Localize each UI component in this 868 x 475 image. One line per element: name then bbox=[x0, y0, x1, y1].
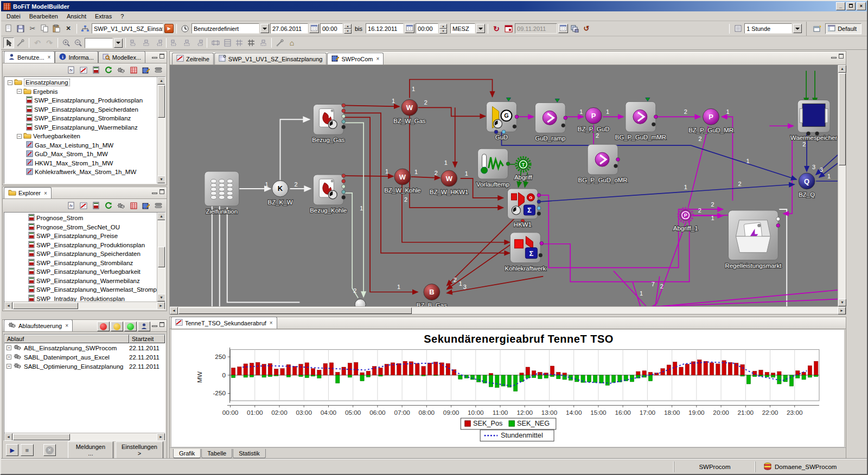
route-icon[interactable] bbox=[275, 37, 285, 48]
restore-button[interactable] bbox=[846, 2, 856, 10]
collapse-all-icon[interactable] bbox=[152, 200, 164, 211]
copy-icon[interactable] bbox=[39, 23, 50, 34]
tree-item[interactable]: SWP_Einsatzplanung_Produktionsplan bbox=[4, 96, 157, 105]
view-tab-statistik[interactable]: Statistik bbox=[233, 449, 266, 458]
align-center-icon[interactable] bbox=[141, 37, 151, 48]
editor-maximize-icon[interactable] bbox=[839, 54, 844, 59]
copy-save-icon[interactable] bbox=[569, 23, 580, 34]
tab-benutzer[interactable]: Benutze...× bbox=[4, 51, 55, 63]
node-vorlauftemp[interactable]: Vorlauftemp bbox=[476, 149, 510, 188]
node-abgriff_1[interactable]: PAbgriff_1 bbox=[673, 208, 698, 232]
ablauf-row[interactable]: +SABL_Datenimport_aus_Excel22.11.2011 bbox=[4, 352, 165, 362]
explorer-scrollbar[interactable]: ▲▼ bbox=[157, 213, 165, 301]
node-gud_ramp[interactable]: GuD_ramp bbox=[535, 99, 567, 142]
show-grid-icon[interactable] bbox=[246, 37, 257, 48]
node-bz_w_gas[interactable]: WBZ_W_Gas bbox=[393, 99, 426, 124]
chart-view-icon[interactable] bbox=[78, 200, 90, 211]
cancel-button[interactable]: ✕ bbox=[43, 444, 56, 456]
period-combo-drop[interactable] bbox=[260, 24, 269, 33]
minimize-button[interactable]: _ bbox=[836, 2, 845, 10]
editor-minimize-icon[interactable] bbox=[831, 57, 837, 59]
tab-close-icon[interactable]: × bbox=[376, 56, 380, 62]
cut-icon[interactable]: ✂ bbox=[27, 23, 38, 34]
model-diagram[interactable]: 1211211121212131121222121721112233112Zie… bbox=[170, 65, 838, 307]
align-left-icon[interactable] bbox=[129, 37, 139, 48]
node-kohlekraftwerk[interactable]: ΣKohlekraftwerk bbox=[505, 233, 546, 272]
align-bottom-icon[interactable] bbox=[193, 37, 204, 48]
node-bg_p_gud_mmr[interactable]: BG_P_GuD_mMR bbox=[615, 98, 666, 140]
explorer-item[interactable]: SWP_Einsatzplanung_Strombilanz bbox=[4, 259, 157, 268]
tab-ablaufsteuerung[interactable]: Ablaufsteuerung× bbox=[4, 319, 73, 331]
snap-grid-icon[interactable] bbox=[234, 37, 245, 48]
node-zielfunktion[interactable]: Zielfunktion bbox=[205, 171, 239, 215]
panel-minimize-icon[interactable] bbox=[152, 325, 157, 327]
editor-tab-zeitreihe[interactable]: Zeitreihe bbox=[172, 53, 214, 65]
connector-tool-icon[interactable] bbox=[15, 37, 26, 48]
collapse-all-icon[interactable] bbox=[152, 65, 164, 75]
explorer-item[interactable]: Prognose_Strom bbox=[4, 214, 157, 223]
align-middle-icon[interactable] bbox=[181, 37, 192, 48]
view-tab-grafik[interactable]: Grafik bbox=[173, 449, 201, 458]
edit-table-icon[interactable] bbox=[140, 200, 152, 211]
tree-item[interactable]: −Ergebnis bbox=[4, 87, 157, 97]
new-icon[interactable] bbox=[3, 23, 14, 34]
refresh-icon[interactable] bbox=[103, 200, 114, 211]
distribute-vertical-icon[interactable] bbox=[222, 37, 233, 48]
chart-view-icon[interactable] bbox=[78, 65, 90, 75]
tree-item[interactable]: SWP_Einsatzplanung_Waermebilanz bbox=[4, 123, 157, 132]
ablauf-hscrollbar[interactable]: ◄► bbox=[4, 433, 165, 440]
paste-icon[interactable] bbox=[51, 23, 62, 34]
time-to-spinner[interactable]: ▲▼ bbox=[439, 24, 447, 34]
menu-ansicht[interactable]: Ansicht bbox=[62, 12, 91, 21]
view-tab-tabelle[interactable]: Tabelle bbox=[201, 449, 232, 458]
time-from-spinner[interactable]: ▲▼ bbox=[344, 24, 352, 34]
panel-minimize-icon[interactable] bbox=[152, 192, 157, 194]
zoom-out-icon[interactable] bbox=[73, 37, 84, 48]
ablauf-row[interactable]: +SABL_Optimierung_Einsatzplanung22.11.20… bbox=[4, 362, 165, 371]
red-table-icon[interactable] bbox=[127, 200, 139, 211]
tab-modellexplorer[interactable]: Modellex... bbox=[98, 51, 145, 63]
date-to-field[interactable]: 16.12.2011 bbox=[366, 23, 404, 34]
node-abgriff[interactable]: TAbgriff bbox=[514, 157, 533, 181]
panel-minimize-icon[interactable] bbox=[152, 57, 157, 59]
zoom-level-combo-drop[interactable] bbox=[114, 38, 123, 48]
model-combo[interactable]: SWP_V1_UV1_SZ_Einsatzp bbox=[92, 23, 163, 34]
align-right-icon[interactable] bbox=[152, 37, 163, 48]
column-ablauf[interactable]: Ablauf bbox=[4, 335, 129, 343]
meldungen-button[interactable]: Meldungen ... bbox=[68, 441, 113, 459]
explorer-item[interactable]: SWP_Einsatzplanung_Produktionsplan bbox=[4, 241, 157, 250]
timezone-combo-drop[interactable] bbox=[476, 24, 485, 33]
users-tree-scrollbar[interactable]: ▲▼ bbox=[157, 77, 165, 183]
tab-close-icon[interactable]: × bbox=[270, 320, 273, 326]
reference-date-calendar-button[interactable] bbox=[558, 24, 568, 33]
perspective-default-button[interactable]: Default bbox=[825, 23, 861, 34]
settings-gears-icon[interactable] bbox=[115, 200, 127, 211]
date-from-calendar-button[interactable] bbox=[309, 24, 319, 33]
tab-tennet-tso-sekundaerabruf[interactable]: TenneT_TSO_Sekundaerabruf× bbox=[171, 317, 277, 329]
node-gud[interactable]: GGuD bbox=[487, 98, 519, 140]
settings-gears-icon[interactable] bbox=[115, 65, 127, 75]
report-icon[interactable] bbox=[90, 65, 102, 75]
tab-close-icon[interactable]: × bbox=[48, 54, 51, 60]
panel-maximize-icon[interactable] bbox=[159, 54, 164, 59]
tree-item[interactable]: GuD_Max_Strom_1h_MW bbox=[4, 150, 157, 159]
red-calendar-icon[interactable] bbox=[503, 23, 514, 34]
timezone-combo[interactable]: MESZ bbox=[450, 23, 475, 34]
report-icon[interactable] bbox=[90, 200, 102, 211]
tab-explorer[interactable]: Explorer× bbox=[4, 187, 52, 198]
menu-help[interactable]: ? bbox=[116, 12, 128, 21]
explorer-item[interactable]: SWP_Intraday_Produktionsplan bbox=[4, 294, 157, 302]
time-from-field[interactable]: 00:00 bbox=[320, 23, 343, 34]
distribute-horizontal-icon[interactable] bbox=[210, 37, 221, 48]
home-icon[interactable]: ⌂ bbox=[286, 37, 297, 48]
explorer-item[interactable]: SWP_Einsatzplanung_Speicherdaten bbox=[4, 249, 157, 259]
tab-close-icon[interactable]: × bbox=[65, 323, 68, 329]
refresh-period-icon[interactable]: ↻ bbox=[491, 23, 502, 34]
tree-item[interactable]: −Einsatzplanung bbox=[4, 78, 157, 87]
menu-extras[interactable]: Extras bbox=[91, 12, 116, 21]
date-to-calendar-button[interactable] bbox=[405, 24, 414, 33]
panel-maximize-icon[interactable] bbox=[159, 189, 164, 194]
resolution-combo[interactable]: 1 Stunde bbox=[744, 23, 792, 34]
redo-icon[interactable]: ↷ bbox=[44, 37, 55, 48]
save-icon[interactable] bbox=[15, 23, 26, 34]
